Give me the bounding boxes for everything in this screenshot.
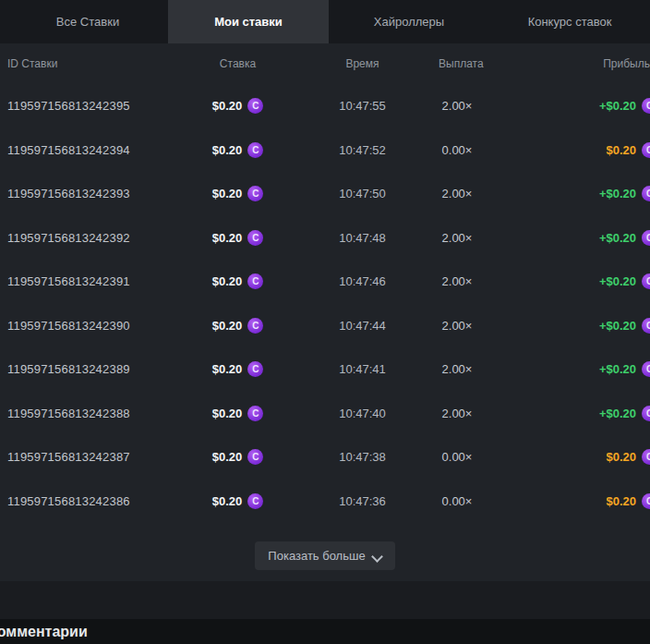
bet-id: 119597156813242390 xyxy=(0,319,189,333)
bet-payout: 0.00× xyxy=(439,450,475,464)
bet-row[interactable]: 119597156813242392 $0.20 C 10:47:48 2.00… xyxy=(0,216,650,261)
bets-tabbar: Все Ставки Мои ставки Хайроллеры Конкурс… xyxy=(0,0,650,43)
bet-time: 10:47:46 xyxy=(286,274,439,288)
bet-profit: +$0.20 xyxy=(599,99,636,113)
bet-stake: $0.20 xyxy=(212,187,243,200)
bet-stake: $0.20 xyxy=(212,450,243,464)
bet-time: 10:47:50 xyxy=(286,187,439,200)
bet-time: 10:47:44 xyxy=(286,319,439,333)
bets-table: ID Ставки Ставка Время Выплата Прибыль 1… xyxy=(0,43,650,590)
bet-row[interactable]: 119597156813242393 $0.20 C 10:47:50 2.00… xyxy=(0,172,650,216)
bet-profit: +$0.20 xyxy=(599,362,636,376)
bet-profit: +$0.20 xyxy=(599,274,636,288)
bet-row[interactable]: 119597156813242390 $0.20 C 10:47:44 2.00… xyxy=(0,304,650,348)
bet-payout: 2.00× xyxy=(439,187,475,200)
coin-icon: C xyxy=(642,318,650,334)
bet-id: 119597156813242395 xyxy=(0,99,189,113)
bet-row[interactable]: 119597156813242395 $0.20 C 10:47:55 2.00… xyxy=(0,84,650,128)
bet-profit: $0.20 xyxy=(606,143,636,157)
bet-stake: $0.20 xyxy=(212,407,243,420)
bets-table-body: 119597156813242395 $0.20 C 10:47:55 2.00… xyxy=(0,84,650,523)
bet-time: 10:47:41 xyxy=(286,362,439,376)
coin-icon: C xyxy=(247,98,263,114)
bet-stake: $0.20 xyxy=(212,274,243,288)
bet-id: 119597156813242393 xyxy=(0,187,189,200)
bet-id: 119597156813242388 xyxy=(0,407,189,420)
coin-icon: C xyxy=(247,406,263,421)
bet-profit: +$0.20 xyxy=(599,319,636,333)
bet-payout: 2.00× xyxy=(439,319,475,333)
coin-icon: C xyxy=(642,361,650,377)
bet-payout: 2.00× xyxy=(439,99,475,113)
coin-icon: C xyxy=(642,186,650,201)
tab-label: Все Ставки xyxy=(56,15,119,29)
bet-profit: +$0.20 xyxy=(599,407,636,420)
bet-id: 119597156813242386 xyxy=(0,494,189,508)
coin-icon: C xyxy=(247,142,263,158)
bet-time: 10:47:48 xyxy=(286,231,439,245)
bet-profit: $0.20 xyxy=(606,494,636,508)
show-more-label: Показать больше xyxy=(268,549,365,563)
bet-time: 10:47:55 xyxy=(286,99,439,113)
bet-payout: 0.00× xyxy=(439,143,475,157)
coin-icon: C xyxy=(642,493,650,509)
bet-stake: $0.20 xyxy=(212,362,243,376)
bet-profit: $0.20 xyxy=(606,450,636,464)
bet-payout: 2.00× xyxy=(439,362,475,376)
tab-high-rollers[interactable]: Хайроллеры xyxy=(329,0,489,43)
bet-stake: $0.20 xyxy=(212,231,243,245)
bets-table-header: ID Ставки Ставка Время Выплата Прибыль xyxy=(0,43,650,84)
bet-stake: $0.20 xyxy=(212,143,243,157)
bet-stake: $0.20 xyxy=(212,494,243,508)
bet-row[interactable]: 119597156813242394 $0.20 C 10:47:52 0.00… xyxy=(0,128,650,173)
bet-time: 10:47:36 xyxy=(286,494,439,508)
bet-time: 10:47:38 xyxy=(286,450,439,464)
tab-all-bets[interactable]: Все Ставки xyxy=(7,0,168,43)
coin-icon: C xyxy=(642,273,650,289)
bet-id: 119597156813242394 xyxy=(0,143,189,157)
bet-row[interactable]: 119597156813242389 $0.20 C 10:47:41 2.00… xyxy=(0,347,650,392)
bet-profit: +$0.20 xyxy=(599,231,636,245)
bet-time: 10:47:40 xyxy=(286,407,439,420)
tab-label: Конкурс ставок xyxy=(528,15,612,29)
bet-payout: 2.00× xyxy=(439,407,475,420)
bet-id: 119597156813242387 xyxy=(0,450,189,464)
coin-icon: C xyxy=(247,186,263,201)
coin-icon: C xyxy=(642,449,650,465)
coin-icon: C xyxy=(247,361,263,377)
bet-payout: 2.00× xyxy=(439,231,475,245)
column-header-payout: Выплата xyxy=(439,57,475,70)
comments-section: Комментарии xyxy=(0,619,650,644)
bet-row[interactable]: 119597156813242391 $0.20 C 10:47:46 2.00… xyxy=(0,260,650,304)
coin-icon: C xyxy=(247,318,263,334)
bet-profit: +$0.20 xyxy=(599,187,636,200)
chevron-down-icon xyxy=(373,552,382,561)
tab-label: Хайроллеры xyxy=(374,15,444,29)
column-header-stake: Ставка xyxy=(189,57,286,70)
coin-icon: C xyxy=(247,493,263,509)
coin-icon: C xyxy=(247,230,263,246)
bet-stake: $0.20 xyxy=(212,99,243,113)
show-more-button[interactable]: Показать больше xyxy=(255,541,394,570)
coin-icon: C xyxy=(247,273,263,289)
section-divider xyxy=(0,581,650,619)
bet-id: 119597156813242391 xyxy=(0,274,189,288)
bet-payout: 0.00× xyxy=(439,494,475,508)
bet-row[interactable]: 119597156813242386 $0.20 C 10:47:36 0.00… xyxy=(0,480,650,524)
bet-stake: $0.20 xyxy=(212,319,243,333)
tab-my-bets[interactable]: Мои ставки xyxy=(168,0,329,43)
tab-label: Мои ставки xyxy=(214,15,283,29)
coin-icon: C xyxy=(642,98,650,114)
bet-id: 119597156813242392 xyxy=(0,231,189,245)
bet-row[interactable]: 119597156813242388 $0.20 C 10:47:40 2.00… xyxy=(0,392,650,436)
column-header-time: Время xyxy=(286,57,439,70)
tab-bet-contest[interactable]: Конкурс ставок xyxy=(489,0,650,43)
coin-icon: C xyxy=(642,230,650,246)
bet-time: 10:47:52 xyxy=(286,143,439,157)
bet-payout: 2.00× xyxy=(439,274,475,288)
coin-icon: C xyxy=(247,449,263,465)
coin-icon: C xyxy=(642,406,650,421)
bet-row[interactable]: 119597156813242387 $0.20 C 10:47:38 0.00… xyxy=(0,435,650,480)
bet-id: 119597156813242389 xyxy=(0,362,189,376)
column-header-profit: Прибыль xyxy=(475,57,650,70)
